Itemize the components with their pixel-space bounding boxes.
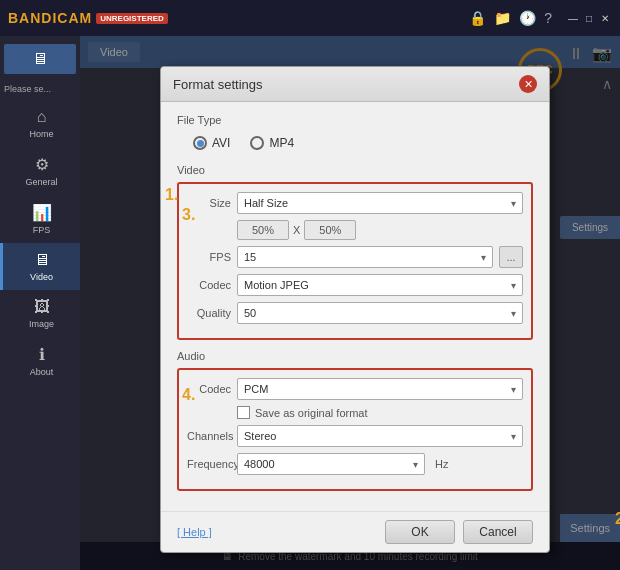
size-x-label: X (293, 224, 300, 236)
dialog-close-button[interactable]: ✕ (519, 75, 537, 93)
home-icon: ⌂ (37, 108, 47, 126)
frequency-chevron-icon: ▾ (413, 459, 418, 470)
logo-text: BANDICAM (8, 10, 92, 26)
quality-chevron-icon: ▾ (511, 308, 516, 319)
number-label-1: 1. (165, 186, 178, 204)
frequency-row: Frequency 48000 ▾ Hz (187, 453, 523, 475)
format-settings-dialog: Format settings ✕ File Type AVI (160, 66, 550, 553)
fps-select[interactable]: 15 ▾ (237, 246, 493, 268)
audio-section: Codec PCM ▾ Save as original format (177, 368, 533, 491)
clock-icon[interactable]: 🕐 (519, 10, 536, 26)
logo-area: BANDICAM UNREGISTERED (8, 10, 168, 26)
folder-icon[interactable]: 📁 (494, 10, 511, 26)
sidebar-item-fps[interactable]: 📊 FPS (0, 195, 80, 243)
fps-icon: 📊 (32, 203, 52, 222)
lock-icon[interactable]: 🔒 (469, 10, 486, 26)
dialog-footer: [ Help ] OK Cancel (161, 511, 549, 552)
fps-label: FPS (187, 251, 231, 263)
number-label-2: 2. (615, 510, 620, 528)
sidebar-item-video[interactable]: 🖥 Video (0, 243, 80, 290)
video-icon: 🖥 (34, 251, 50, 269)
quality-select[interactable]: 50 ▾ (237, 302, 523, 324)
size-width-input[interactable]: 50% (237, 220, 289, 240)
size-chevron-icon: ▾ (511, 198, 516, 209)
frequency-unit-label: Hz (435, 458, 448, 470)
video-section-label: Video (177, 164, 533, 176)
sidebar-item-general[interactable]: ⚙ General (0, 147, 80, 195)
codec-select[interactable]: Motion JPEG ▾ (237, 274, 523, 296)
minimize-button[interactable]: — (566, 11, 580, 25)
fps-extra-button[interactable]: ... (499, 246, 523, 268)
dialog-title: Format settings (173, 77, 263, 92)
audio-codec-select[interactable]: PCM ▾ (237, 378, 523, 400)
avi-radio-circle (193, 136, 207, 150)
ok-button[interactable]: OK (385, 520, 455, 544)
number-label-3: 3. (182, 206, 195, 224)
avi-radio[interactable]: AVI (193, 136, 230, 150)
image-icon: 🖼 (34, 298, 50, 316)
video-section: Size Half Size ▾ 50% X (177, 182, 533, 340)
frequency-select[interactable]: 48000 ▾ (237, 453, 425, 475)
codec-row: Codec Motion JPEG ▾ (187, 274, 523, 296)
mp4-radio-circle (250, 136, 264, 150)
sidebar: 🖥 Please se... ⌂ Home ⚙ General 📊 FPS 🖥 … (0, 36, 80, 570)
channels-label: Channels (187, 430, 231, 442)
dialog-body: File Type AVI MP4 Video (161, 102, 549, 511)
sidebar-item-image[interactable]: 🖼 Image (0, 290, 80, 337)
file-type-row: AVI MP4 (177, 132, 533, 154)
modal-overlay: 3. 4. Format settings ✕ File Type (80, 36, 620, 570)
topbar-icons: 🔒 📁 🕐 ? (469, 10, 552, 26)
channels-row: Channels Stereo ▾ (187, 425, 523, 447)
sidebar-item-about[interactable]: ℹ About (0, 337, 80, 385)
codec-label: Codec (187, 279, 231, 291)
fps-chevron-icon: ▾ (481, 252, 486, 263)
size-select[interactable]: Half Size ▾ (237, 192, 523, 214)
channels-select[interactable]: Stereo ▾ (237, 425, 523, 447)
dialog-header: Format settings ✕ (161, 67, 549, 102)
topbar: BANDICAM UNREGISTERED 🔒 📁 🕐 ? — □ ✕ (0, 0, 620, 36)
content-area: Video ⏸ REC 📷 ∧ Settings 1. 2. Settings (80, 36, 620, 570)
help-icon[interactable]: ? (544, 10, 552, 26)
help-link[interactable]: [ Help ] (177, 526, 212, 538)
codec-chevron-icon: ▾ (511, 280, 516, 291)
frequency-label: Frequency (187, 458, 231, 470)
mp4-radio[interactable]: MP4 (250, 136, 294, 150)
gear-icon: ⚙ (35, 155, 49, 174)
size-height-input[interactable]: 50% (304, 220, 356, 240)
please-select-label: Please se... (0, 78, 80, 100)
audio-codec-chevron-icon: ▾ (511, 384, 516, 395)
size-inputs-row: 50% X 50% (237, 220, 523, 240)
save-original-row: Save as original format (237, 406, 523, 419)
record-mode-button[interactable]: 🖥 (4, 44, 76, 74)
main-container: 🖥 Please se... ⌂ Home ⚙ General 📊 FPS 🖥 … (0, 36, 620, 570)
quality-label: Quality (187, 307, 231, 319)
file-type-label: File Type (177, 114, 533, 126)
save-original-checkbox[interactable] (237, 406, 250, 419)
number-label-4: 4. (182, 386, 195, 404)
audio-codec-row: Codec PCM ▾ (187, 378, 523, 400)
fps-row: FPS 15 ▾ ... (187, 246, 523, 268)
size-row: Size Half Size ▾ (187, 192, 523, 214)
channels-chevron-icon: ▾ (511, 431, 516, 442)
cancel-button[interactable]: Cancel (463, 520, 533, 544)
maximize-button[interactable]: □ (582, 11, 596, 25)
info-icon: ℹ (39, 345, 45, 364)
record-mode-icon: 🖥 (32, 50, 48, 68)
window-controls: — □ ✕ (566, 11, 612, 25)
close-button[interactable]: ✕ (598, 11, 612, 25)
audio-section-label: Audio (177, 350, 533, 362)
sidebar-item-home[interactable]: ⌂ Home (0, 100, 80, 147)
quality-row: Quality 50 ▾ (187, 302, 523, 324)
footer-buttons: OK Cancel (385, 520, 533, 544)
unregistered-badge: UNREGISTERED (96, 13, 168, 24)
